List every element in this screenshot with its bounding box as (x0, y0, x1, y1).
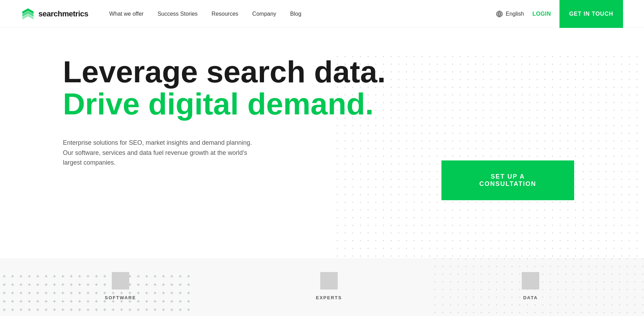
globe-icon (496, 10, 503, 17)
bottom-cards: SOFTWARE EXPERTS DATA (0, 272, 644, 300)
language-label: English (506, 11, 524, 17)
consultation-button[interactable]: SET UP A CONSULTATION (441, 160, 574, 200)
get-in-touch-button[interactable]: GET IN TOUCH (559, 0, 623, 28)
nav-item-blog[interactable]: Blog (290, 11, 301, 17)
bottom-section: SOFTWARE EXPERTS DATA (0, 258, 644, 316)
data-label: DATA (523, 295, 538, 300)
hero-headline-green: Drive digital demand. (63, 88, 644, 120)
nav-item-success-stories[interactable]: Success Stories (158, 11, 198, 17)
bottom-card-software: SOFTWARE (105, 272, 136, 300)
hero-section: Leverage search data. Drive digital dema… (0, 28, 644, 258)
bottom-card-experts: EXPERTS (316, 272, 342, 300)
nav-item-company[interactable]: Company (252, 11, 276, 17)
software-label: SOFTWARE (105, 295, 136, 300)
language-selector[interactable]: English (496, 10, 524, 17)
logo-icon (21, 8, 35, 20)
logo[interactable]: searchmetrics (21, 8, 88, 20)
nav-item-what-we-offer[interactable]: What we offer (109, 11, 144, 17)
bottom-card-data: DATA (522, 272, 539, 300)
logo-text: searchmetrics (38, 9, 88, 18)
data-icon (522, 272, 539, 289)
nav-item-resources[interactable]: Resources (212, 11, 238, 17)
login-link[interactable]: LOGIN (532, 11, 551, 17)
navbar: searchmetrics What we offer Success Stor… (0, 0, 644, 28)
nav-right: English LOGIN GET IN TOUCH (496, 0, 623, 28)
experts-label: EXPERTS (316, 295, 342, 300)
software-icon (112, 272, 129, 289)
hero-description: Enterprise solutions for SEO, market ins… (63, 138, 258, 168)
cta-area: SET UP A CONSULTATION (441, 160, 574, 200)
experts-icon (320, 272, 338, 289)
hero-headline-black: Leverage search data. (63, 56, 644, 88)
nav-links: What we offer Success Stories Resources … (109, 11, 496, 17)
